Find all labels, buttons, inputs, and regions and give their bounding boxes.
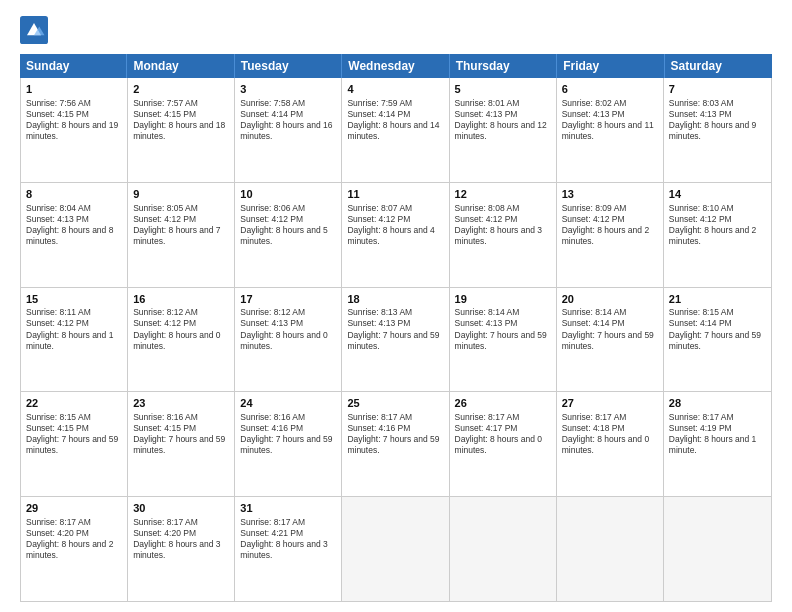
- cell-info-line: Sunrise: 8:17 AM: [26, 517, 122, 528]
- day-cell-4: 4Sunrise: 7:59 AMSunset: 4:14 PMDaylight…: [342, 78, 449, 182]
- day-cell-29: 29Sunrise: 8:17 AMSunset: 4:20 PMDayligh…: [21, 497, 128, 601]
- empty-cell: [450, 497, 557, 601]
- day-number: 23: [133, 396, 229, 411]
- cell-info-line: Sunrise: 8:04 AM: [26, 203, 122, 214]
- day-cell-30: 30Sunrise: 8:17 AMSunset: 4:20 PMDayligh…: [128, 497, 235, 601]
- cell-info-line: Daylight: 7 hours and 59 minutes.: [240, 434, 336, 456]
- cell-info-line: Sunset: 4:12 PM: [669, 214, 766, 225]
- cell-info-line: Sunset: 4:13 PM: [26, 214, 122, 225]
- cell-info-line: Sunset: 4:15 PM: [26, 423, 122, 434]
- cell-info-line: Sunrise: 7:57 AM: [133, 98, 229, 109]
- cell-info-line: Daylight: 7 hours and 59 minutes.: [455, 330, 551, 352]
- cell-info-line: Daylight: 8 hours and 4 minutes.: [347, 225, 443, 247]
- cell-info-line: Sunset: 4:12 PM: [26, 318, 122, 329]
- day-number: 14: [669, 187, 766, 202]
- day-cell-27: 27Sunrise: 8:17 AMSunset: 4:18 PMDayligh…: [557, 392, 664, 496]
- cell-info-line: Sunrise: 7:59 AM: [347, 98, 443, 109]
- day-number: 22: [26, 396, 122, 411]
- header-day-thursday: Thursday: [450, 54, 557, 78]
- day-cell-28: 28Sunrise: 8:17 AMSunset: 4:19 PMDayligh…: [664, 392, 771, 496]
- cell-info-line: Daylight: 8 hours and 2 minutes.: [562, 225, 658, 247]
- calendar-header: SundayMondayTuesdayWednesdayThursdayFrid…: [20, 54, 772, 78]
- cell-info-line: Sunrise: 8:02 AM: [562, 98, 658, 109]
- day-cell-18: 18Sunrise: 8:13 AMSunset: 4:13 PMDayligh…: [342, 288, 449, 392]
- day-cell-17: 17Sunrise: 8:12 AMSunset: 4:13 PMDayligh…: [235, 288, 342, 392]
- cell-info-line: Sunset: 4:13 PM: [240, 318, 336, 329]
- day-cell-31: 31Sunrise: 8:17 AMSunset: 4:21 PMDayligh…: [235, 497, 342, 601]
- day-number: 24: [240, 396, 336, 411]
- day-number: 1: [26, 82, 122, 97]
- day-cell-21: 21Sunrise: 8:15 AMSunset: 4:14 PMDayligh…: [664, 288, 771, 392]
- cell-info-line: Daylight: 7 hours and 59 minutes.: [133, 434, 229, 456]
- day-number: 12: [455, 187, 551, 202]
- cell-info-line: Sunrise: 8:15 AM: [26, 412, 122, 423]
- empty-cell: [557, 497, 664, 601]
- cell-info-line: Daylight: 8 hours and 18 minutes.: [133, 120, 229, 142]
- day-cell-7: 7Sunrise: 8:03 AMSunset: 4:13 PMDaylight…: [664, 78, 771, 182]
- cell-info-line: Sunset: 4:13 PM: [669, 109, 766, 120]
- header-day-friday: Friday: [557, 54, 664, 78]
- day-number: 18: [347, 292, 443, 307]
- header-day-saturday: Saturday: [665, 54, 772, 78]
- cell-info-line: Sunset: 4:13 PM: [455, 318, 551, 329]
- header-day-sunday: Sunday: [20, 54, 127, 78]
- day-cell-26: 26Sunrise: 8:17 AMSunset: 4:17 PMDayligh…: [450, 392, 557, 496]
- cell-info-line: Daylight: 8 hours and 19 minutes.: [26, 120, 122, 142]
- cell-info-line: Sunset: 4:13 PM: [562, 109, 658, 120]
- day-number: 19: [455, 292, 551, 307]
- cell-info-line: Sunrise: 8:15 AM: [669, 307, 766, 318]
- day-cell-19: 19Sunrise: 8:14 AMSunset: 4:13 PMDayligh…: [450, 288, 557, 392]
- day-number: 17: [240, 292, 336, 307]
- page: SundayMondayTuesdayWednesdayThursdayFrid…: [0, 0, 792, 612]
- calendar-week-1: 1Sunrise: 7:56 AMSunset: 4:15 PMDaylight…: [21, 78, 771, 183]
- day-cell-22: 22Sunrise: 8:15 AMSunset: 4:15 PMDayligh…: [21, 392, 128, 496]
- day-number: 3: [240, 82, 336, 97]
- cell-info-line: Sunrise: 8:17 AM: [455, 412, 551, 423]
- day-cell-3: 3Sunrise: 7:58 AMSunset: 4:14 PMDaylight…: [235, 78, 342, 182]
- header-day-monday: Monday: [127, 54, 234, 78]
- cell-info-line: Daylight: 7 hours and 59 minutes.: [347, 434, 443, 456]
- header-day-tuesday: Tuesday: [235, 54, 342, 78]
- cell-info-line: Sunrise: 8:16 AM: [133, 412, 229, 423]
- cell-info-line: Daylight: 8 hours and 1 minute.: [26, 330, 122, 352]
- cell-info-line: Sunrise: 8:12 AM: [133, 307, 229, 318]
- cell-info-line: Daylight: 8 hours and 0 minutes.: [455, 434, 551, 456]
- cell-info-line: Sunset: 4:12 PM: [240, 214, 336, 225]
- day-number: 25: [347, 396, 443, 411]
- cell-info-line: Daylight: 8 hours and 0 minutes.: [562, 434, 658, 456]
- day-cell-12: 12Sunrise: 8:08 AMSunset: 4:12 PMDayligh…: [450, 183, 557, 287]
- cell-info-line: Daylight: 8 hours and 2 minutes.: [669, 225, 766, 247]
- cell-info-line: Daylight: 7 hours and 59 minutes.: [669, 330, 766, 352]
- cell-info-line: Daylight: 8 hours and 16 minutes.: [240, 120, 336, 142]
- day-number: 8: [26, 187, 122, 202]
- cell-info-line: Sunset: 4:21 PM: [240, 528, 336, 539]
- cell-info-line: Sunset: 4:16 PM: [347, 423, 443, 434]
- empty-cell: [664, 497, 771, 601]
- day-cell-1: 1Sunrise: 7:56 AMSunset: 4:15 PMDaylight…: [21, 78, 128, 182]
- day-number: 16: [133, 292, 229, 307]
- cell-info-line: Daylight: 8 hours and 9 minutes.: [669, 120, 766, 142]
- day-number: 11: [347, 187, 443, 202]
- day-cell-13: 13Sunrise: 8:09 AMSunset: 4:12 PMDayligh…: [557, 183, 664, 287]
- cell-info-line: Sunrise: 8:14 AM: [455, 307, 551, 318]
- day-number: 13: [562, 187, 658, 202]
- day-cell-5: 5Sunrise: 8:01 AMSunset: 4:13 PMDaylight…: [450, 78, 557, 182]
- cell-info-line: Sunrise: 8:14 AM: [562, 307, 658, 318]
- day-cell-15: 15Sunrise: 8:11 AMSunset: 4:12 PMDayligh…: [21, 288, 128, 392]
- cell-info-line: Daylight: 7 hours and 59 minutes.: [347, 330, 443, 352]
- day-cell-20: 20Sunrise: 8:14 AMSunset: 4:14 PMDayligh…: [557, 288, 664, 392]
- day-cell-11: 11Sunrise: 8:07 AMSunset: 4:12 PMDayligh…: [342, 183, 449, 287]
- cell-info-line: Sunset: 4:17 PM: [455, 423, 551, 434]
- cell-info-line: Sunset: 4:16 PM: [240, 423, 336, 434]
- cell-info-line: Sunset: 4:13 PM: [347, 318, 443, 329]
- header: [20, 16, 772, 44]
- cell-info-line: Sunset: 4:18 PM: [562, 423, 658, 434]
- cell-info-line: Sunrise: 8:06 AM: [240, 203, 336, 214]
- day-cell-9: 9Sunrise: 8:05 AMSunset: 4:12 PMDaylight…: [128, 183, 235, 287]
- day-number: 10: [240, 187, 336, 202]
- cell-info-line: Sunset: 4:19 PM: [669, 423, 766, 434]
- day-cell-25: 25Sunrise: 8:17 AMSunset: 4:16 PMDayligh…: [342, 392, 449, 496]
- cell-info-line: Sunset: 4:20 PM: [133, 528, 229, 539]
- cell-info-line: Sunset: 4:14 PM: [347, 109, 443, 120]
- cell-info-line: Daylight: 8 hours and 12 minutes.: [455, 120, 551, 142]
